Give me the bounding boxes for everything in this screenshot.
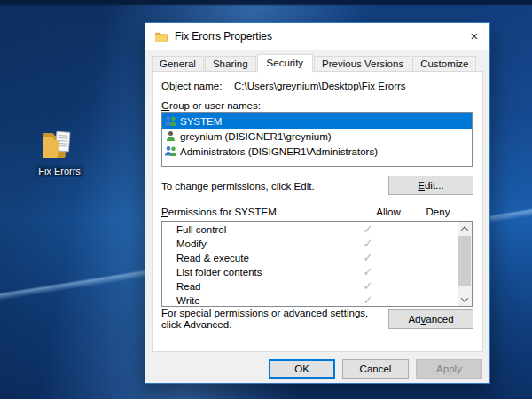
permission-row-modify[interactable]: Modify ✓ — [162, 237, 457, 251]
scrollbar-thumb[interactable] — [458, 236, 471, 286]
scroll-up-button[interactable] — [458, 222, 472, 235]
user-name: Administrators (DISIGNER1\Administrators… — [180, 146, 378, 157]
properties-dialog: Fix Erorrs Properties × General Sharing … — [145, 22, 490, 384]
permission-label: Modify — [176, 239, 207, 249]
dialog-footer: OK Cancel Apply — [145, 359, 482, 379]
advanced-button-label: Advanced — [408, 314, 453, 325]
deny-column-header: Deny — [411, 207, 465, 217]
edit-button-label: Edit... — [418, 180, 443, 191]
dialog-titlebar[interactable]: Fix Erorrs Properties × — [145, 23, 489, 50]
ok-button[interactable]: OK — [269, 359, 335, 379]
desktop: Fix Erorrs Fix Erorrs Properties × Gener… — [0, 0, 532, 399]
allow-check-icon: ✓ — [356, 223, 380, 236]
allow-check-icon: ✓ — [356, 265, 380, 278]
permissions-scrollbar[interactable] — [458, 222, 472, 306]
permissions-for-label: Permissions for SYSTEM — [161, 207, 277, 217]
permissions-rows: Full control ✓ Modify ✓ Read & execute ✓ — [162, 223, 457, 308]
apply-button: Apply — [416, 359, 482, 379]
allow-check-icon: ✓ — [356, 251, 380, 264]
security-tab-page: Object name: C:\Users\greynium\Desktop\F… — [152, 71, 483, 352]
scroll-up-icon — [461, 226, 468, 233]
permission-label: Read & execute — [176, 253, 249, 263]
tab-security[interactable]: Security — [257, 54, 314, 73]
object-name-row: Object name: C:\Users\greynium\Desktop\F… — [161, 81, 473, 91]
permission-row-read-execute[interactable]: Read & execute ✓ — [162, 251, 457, 265]
scroll-down-icon — [461, 294, 468, 301]
allow-check-icon: ✓ — [356, 293, 380, 307]
close-button[interactable]: × — [459, 23, 489, 49]
group-or-user-names-label: Group or user names: — [161, 100, 261, 111]
advanced-button[interactable]: Advanced — [388, 309, 473, 329]
single-user-icon — [164, 130, 177, 142]
dialog-title: Fix Erorrs Properties — [175, 30, 272, 43]
dialog-folder-icon — [154, 31, 168, 43]
object-name-label: Object name: — [161, 81, 234, 91]
permission-label: List folder contents — [176, 267, 262, 278]
tab-previous-versions[interactable]: Previous Versions — [314, 56, 411, 72]
cancel-button[interactable]: Cancel — [342, 359, 409, 379]
object-name-value: C:\Users\greynium\Desktop\Fix Erorrs — [234, 81, 406, 91]
permission-label: Write — [176, 295, 200, 306]
permission-row-write[interactable]: Write ✓ — [162, 293, 457, 308]
tab-strip: General Sharing Security Previous Versio… — [152, 53, 483, 72]
allow-check-icon: ✓ — [356, 279, 380, 293]
users-group-icon — [164, 115, 177, 127]
user-name: SYSTEM — [180, 116, 222, 127]
advanced-hint-line1: For special permissions or advanced sett… — [161, 308, 383, 319]
user-list-item-administrators[interactable]: Administrators (DISIGNER1\Administrators… — [162, 144, 472, 159]
group-or-user-names-list[interactable]: SYSTEM greynium (DISIGNER1\greynium) — [161, 112, 473, 167]
permissions-header-row: Permissions for SYSTEM Allow Deny — [161, 207, 473, 219]
allow-check-icon: ✓ — [356, 237, 380, 250]
user-list-item-system[interactable]: SYSTEM — [162, 113, 472, 129]
folder-icon — [41, 129, 78, 161]
permission-row-list-folder-contents[interactable]: List folder contents ✓ — [162, 265, 457, 279]
desktop-icon-fix-erorrs[interactable]: Fix Erorrs — [30, 129, 89, 177]
permissions-list[interactable]: Full control ✓ Modify ✓ Read & execute ✓ — [161, 221, 473, 307]
tab-sharing[interactable]: Sharing — [205, 56, 256, 72]
scroll-down-button[interactable] — [458, 293, 472, 306]
allow-column-header: Allow — [362, 207, 415, 217]
edit-hint-text: To change permissions, click Edit. — [161, 181, 315, 192]
permission-label: Read — [176, 281, 201, 292]
advanced-hint-text: For special permissions or advanced sett… — [161, 308, 383, 331]
advanced-hint-line2: click Advanced. — [161, 319, 383, 331]
edit-button[interactable]: Edit... — [388, 176, 473, 195]
users-group-icon — [164, 145, 177, 157]
permission-label: Full control — [176, 224, 226, 235]
tab-general[interactable]: General — [152, 56, 204, 72]
user-name: greynium (DISIGNER1\greynium) — [180, 131, 332, 142]
close-icon: × — [471, 28, 479, 43]
permission-row-read[interactable]: Read ✓ — [162, 279, 457, 293]
tab-customize[interactable]: Customize — [412, 56, 476, 72]
permission-row-full-control[interactable]: Full control ✓ — [162, 223, 457, 237]
desktop-icon-label: Fix Erorrs — [35, 165, 84, 177]
user-list-item-greynium[interactable]: greynium (DISIGNER1\greynium) — [162, 129, 472, 144]
